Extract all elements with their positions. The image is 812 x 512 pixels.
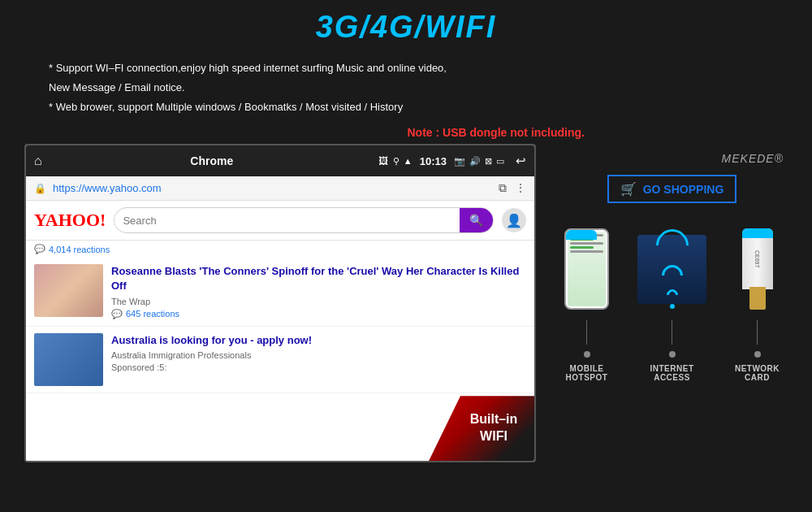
usb-label-text: CE697: [754, 250, 760, 267]
signal-icon: ▲: [404, 156, 412, 166]
wifi-line1: Built–in: [470, 411, 518, 428]
search-button[interactable]: 🔍: [460, 207, 493, 233]
news-item-2: Australia is looking for you - apply now…: [26, 327, 534, 393]
search-input[interactable]: [114, 215, 460, 227]
url-domain: www.yahoo.com: [84, 182, 162, 194]
window-icon: ▭: [496, 156, 504, 167]
volume-icon: 🔊: [469, 156, 481, 167]
browser-mockup: ⌂ Chrome 🖼 ⚲ ▲ 10:13 📷 🔊 ⊠ ▭ ↩ 🔒 https:/…: [24, 144, 536, 462]
features-section: * Support WI–FI connection,enjoy high sp…: [0, 51, 812, 123]
news-title-1[interactable]: Roseanne Blasts 'The Conners' Spinoff fo…: [111, 264, 526, 293]
news-sponsor-2: Sponsored :5:: [111, 362, 526, 372]
yahoo-logo-text: YAHOO!: [34, 210, 106, 230]
device-label-hotspot: MOBILE HOTSPOT: [552, 364, 621, 382]
device-img-wifi: [637, 224, 706, 314]
url-display[interactable]: https://www.yahoo.com: [53, 182, 492, 194]
wifi-overlay: Built–in WIFI: [429, 396, 534, 461]
usb-body: CE697: [742, 228, 773, 289]
wifi-arc-small: [664, 287, 680, 303]
reactions-1: 💬 645 reactions: [111, 309, 526, 319]
device-item-hotspot: MOBILE HOTSPOT: [552, 224, 621, 382]
cart-icon: 🛒: [620, 181, 637, 197]
yahoo-header: YAHOO! 🔍 👤: [26, 201, 534, 241]
wifi-line2: WIFI: [470, 428, 518, 445]
location-icon: ⚲: [393, 156, 400, 167]
news-source-1: The Wrap: [111, 297, 526, 306]
app-name-label: Chrome: [50, 154, 374, 167]
device-label-usb: NETWORK CARD: [723, 364, 792, 382]
header: 3G/4G/WIFI: [0, 0, 812, 51]
reaction-count-0: 4,014 reactions: [49, 245, 110, 254]
address-bar[interactable]: 🔒 https://www.yahoo.com ⧉ ⋮: [26, 176, 534, 201]
device-label-wifi: INTERNET ACCESS: [637, 364, 706, 382]
url-scheme: https://: [53, 182, 84, 194]
feature-line-1: * Support WI–FI connection,enjoy high sp…: [49, 59, 763, 77]
connector-dot-3: [754, 351, 761, 358]
page-title: 3G/4G/WIFI: [0, 10, 812, 45]
reaction-count-1: 645 reactions: [126, 309, 179, 319]
news-thumbnail-1: [34, 264, 103, 317]
lock-icon: 🔒: [34, 183, 46, 194]
news-text-1: Roseanne Blasts 'The Conners' Spinoff fo…: [111, 264, 526, 319]
wifi-arcs: [656, 229, 689, 309]
connector-dot-1: [584, 351, 590, 358]
phone-shape: [564, 228, 609, 310]
device-item-wifi: INTERNET ACCESS: [637, 224, 706, 382]
wifi-arc-large: [649, 223, 695, 269]
connector-line-3: [757, 320, 758, 345]
home-icon[interactable]: ⌂: [34, 154, 42, 168]
go-shopping-button[interactable]: 🛒 GO SHOPPING: [607, 175, 737, 203]
phone-screen: [568, 232, 606, 306]
reaction-icon-1: 💬: [111, 309, 123, 319]
content-area: ⌂ Chrome 🖼 ⚲ ▲ 10:13 📷 🔊 ⊠ ▭ ↩ 🔒 https:/…: [0, 144, 812, 462]
usb-dongle: CE697: [742, 228, 773, 310]
news-title-2[interactable]: Australia is looking for you - apply now…: [111, 333, 526, 348]
usb-top-accent: [742, 228, 773, 238]
note-text: Note : USB dongle not including.: [0, 126, 812, 139]
reaction-icon: 💬: [34, 244, 45, 254]
screen-line-5: [570, 250, 603, 253]
camera-icon: 📷: [454, 156, 465, 167]
sim-icon: ⊠: [485, 156, 492, 167]
device-item-usb: CE697 NETWORK CARD: [723, 224, 792, 382]
news-text-2: Australia is looking for you - apply now…: [111, 333, 526, 375]
right-panel: MEKEDE® 🛒 GO SHOPPING: [552, 144, 792, 462]
search-bar[interactable]: 🔍: [114, 207, 494, 233]
wifi-overlay-text: Built–in WIFI: [470, 411, 518, 445]
overflow-menu-icon[interactable]: ⋮: [515, 181, 526, 195]
phone-blue-accent: [566, 230, 597, 240]
wifi-arc-medium: [657, 261, 687, 291]
back-icon[interactable]: ↩: [516, 154, 526, 168]
connector-dot-2: [669, 351, 676, 358]
wifi-dot: [670, 304, 675, 309]
news-thumbnail-2: [34, 333, 103, 386]
news-source-2: Australia Immigration Professionals: [111, 350, 526, 360]
device-img-usb: CE697: [723, 224, 792, 314]
yahoo-logo: YAHOO!: [34, 210, 106, 231]
user-avatar[interactable]: 👤: [502, 208, 526, 232]
address-bar-controls: ⧉ ⋮: [499, 181, 526, 195]
wifi-visual: [637, 235, 706, 304]
clock-display: 10:13: [420, 155, 447, 167]
status-bar: ⌂ Chrome 🖼 ⚲ ▲ 10:13 📷 🔊 ⊠ ▭ ↩: [26, 145, 534, 176]
feature-line-2: New Message / Email notice.: [49, 79, 763, 97]
go-shopping-label: GO SHOPPING: [643, 183, 724, 196]
nav-icons: ↩: [516, 154, 526, 168]
feature-line-3: * Web brower, support Multiple windows /…: [49, 98, 763, 116]
screen-line-3: [570, 242, 603, 245]
screen-line-4: [570, 246, 594, 249]
browser-content: YAHOO! 🔍 👤 💬 4,014 reactions Roseanne Bl…: [26, 201, 534, 461]
devices-row: MOBILE HOTSPOT INTERNET AC: [552, 216, 792, 462]
news-item-partial: 💬 4,014 reactions: [26, 241, 534, 258]
usb-connector: [749, 287, 766, 310]
screenshot-icon: 🖼: [378, 155, 388, 167]
tab-count-icon[interactable]: ⧉: [499, 181, 507, 195]
brand-label: MEKEDE®: [722, 152, 784, 165]
connector-line-2: [672, 320, 672, 345]
connector-line-1: [586, 320, 587, 345]
news-item-1: Roseanne Blasts 'The Conners' Spinoff fo…: [26, 258, 534, 326]
status-icons: ⚲ ▲ 10:13 📷 🔊 ⊠ ▭: [393, 155, 504, 167]
device-img-hotspot: [552, 224, 621, 314]
